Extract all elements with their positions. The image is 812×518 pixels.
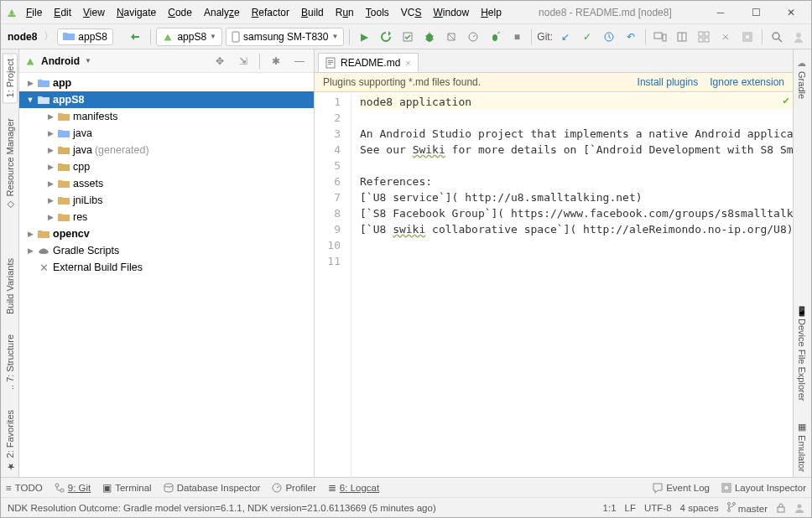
editor-tab-readme[interactable]: README.md × [318,53,419,72]
ignore-extension-link[interactable]: Ignore extension [710,76,784,88]
banner-message: Plugins supporting *.md files found. [323,76,626,88]
left-tool-gutter: 1: Project ◇ Resource Manager Build Vari… [1,49,19,477]
minimize-button[interactable]: ─ [704,3,737,23]
tree-node-appS8[interactable]: ▼appS8 [19,91,314,108]
code-content[interactable]: node8 application An Android Studio proj… [351,92,793,477]
tab-emulator[interactable]: ▦ Emulator [795,417,809,477]
tab-database-inspector[interactable]: Database Inspector [164,483,261,493]
menu-vcs[interactable]: VCS [396,4,427,21]
git-branch[interactable]: master [727,502,768,514]
tree-node-external-build[interactable]: ✕External Build Files [19,259,314,276]
device-selector[interactable]: samsung SM-T830 ▼ [226,28,344,46]
project-tree[interactable]: ▶app ▼appS8 ▶manifests ▶java ▶java (gene… [19,73,314,477]
indent-settings[interactable]: 4 spaces [680,503,719,513]
inspection-ok-icon[interactable]: ✔ [783,94,789,106]
tab-todo[interactable]: ≡ TODO [6,483,43,493]
close-button[interactable]: ✕ [774,3,808,23]
locate-icon[interactable]: ✥ [211,52,229,70]
tree-node-gradle-scripts[interactable]: ▶Gradle Scripts [19,242,314,259]
svg-rect-19 [328,60,333,61]
run-button[interactable]: ▶ [355,28,373,46]
tab-resource-manager[interactable]: ◇ Resource Manager [3,113,17,215]
run-config-selector[interactable]: appS8 ▼ [156,28,222,46]
vcs-commit-icon[interactable]: ✓ [578,28,596,46]
line-gutter: 1234567891011 [315,92,351,477]
tree-node-jnilibs[interactable]: ▶jniLibs [19,192,314,209]
breadcrumb-root[interactable]: node8 [4,29,40,44]
project-panel: Android ▼ ✥ ⇲ ✱ — ▶app ▼appS8 ▶manifests… [19,49,315,477]
tree-node-opencv[interactable]: ▶opencv [19,225,314,242]
file-encoding[interactable]: UTF-8 [644,503,672,513]
menu-help[interactable]: Help [476,4,507,21]
apply-changes-icon[interactable] [377,28,395,46]
troubleshoot-icon[interactable] [716,28,735,46]
menu-tools[interactable]: Tools [361,4,394,21]
install-plugins-link[interactable]: Install plugins [638,76,699,88]
vcs-update-icon[interactable]: ↙ [556,28,575,46]
android-view-icon [24,55,36,67]
sdk-manager-icon[interactable] [673,28,691,46]
tab-layout-inspector[interactable]: Layout Inspector [721,483,806,493]
tree-node-assets[interactable]: ▶assets [19,175,314,192]
avd-manager-icon[interactable] [651,28,669,46]
vcs-history-icon[interactable] [600,28,618,46]
tree-node-cpp[interactable]: ▶cpp [19,158,314,175]
main-area: 1: Project ◇ Resource Manager Build Vari… [1,49,811,477]
menu-file[interactable]: File [21,4,47,21]
svg-point-0 [9,13,11,15]
hide-panel-icon[interactable]: — [290,52,309,70]
tab-device-file-explorer[interactable]: 📱 Device File Explorer [795,300,809,406]
resource-manager-icon[interactable] [695,28,713,46]
attach-debugger-icon[interactable] [486,28,504,46]
tab-git[interactable]: 9: Git [55,483,91,493]
editor-tabbar: README.md × [315,49,793,73]
stop-button[interactable]: ■ [508,28,526,46]
svg-rect-27 [724,485,729,490]
layout-inspector-icon[interactable] [738,28,757,46]
svg-point-3 [426,34,433,42]
menu-navigate[interactable]: Navigate [112,4,161,21]
debug-button[interactable] [420,28,439,46]
lock-icon[interactable] [776,503,786,513]
tab-terminal[interactable]: ▣ Terminal [102,482,151,494]
tree-node-res[interactable]: ▶res [19,209,314,225]
menu-window[interactable]: Window [428,4,474,21]
tab-gradle[interactable]: ☁ Gradle [795,53,809,104]
menu-edit[interactable]: Edit [49,4,76,21]
vcs-rollback-icon[interactable]: ↶ [622,28,640,46]
search-everywhere-icon[interactable] [768,28,786,46]
tree-node-app[interactable]: ▶app [19,75,314,91]
project-view-mode[interactable]: Android [41,55,80,67]
menu-refactor[interactable]: Refactor [247,4,294,21]
settings-icon[interactable]: ✱ [267,52,285,70]
ide-user-icon[interactable] [794,503,804,513]
maximize-button[interactable]: ☐ [739,3,773,23]
tree-node-java-generated[interactable]: ▶java (generated) [19,142,314,158]
tab-favorites[interactable]: ★ 2: Favorites [3,405,17,477]
tab-event-log[interactable]: Event Log [653,483,710,493]
tab-logcat[interactable]: ≣ 6: Logcat [328,482,379,494]
apply-code-changes-icon[interactable] [398,28,417,46]
menu-view[interactable]: View [78,4,110,21]
line-ending[interactable]: LF [625,503,636,513]
menu-build[interactable]: Build [296,4,329,21]
menu-analyze[interactable]: Analyze [199,4,245,21]
expand-all-icon[interactable]: ⇲ [234,52,252,70]
tab-project[interactable]: 1: Project [3,53,18,103]
menu-code[interactable]: Code [163,4,197,21]
close-tab-icon[interactable]: × [405,58,410,68]
breadcrumb-module[interactable]: appS8 [57,28,113,45]
profile-icon[interactable] [464,28,482,46]
tab-structure[interactable]: .. 7: Structure [3,329,17,395]
code-editor[interactable]: 1234567891011 node8 application An Andro… [315,92,793,477]
sync-gradle-icon[interactable] [127,28,145,46]
caret-position[interactable]: 1:1 [603,503,617,513]
user-icon[interactable] [789,28,808,46]
coverage-icon[interactable] [442,28,461,46]
tree-node-manifests[interactable]: ▶manifests [19,108,314,125]
tab-profiler[interactable]: Profiler [272,483,315,493]
chevron-down-icon[interactable]: ▼ [85,57,91,65]
tree-node-java[interactable]: ▶java [19,125,314,142]
menu-run[interactable]: Run [331,4,359,21]
tab-build-variants[interactable]: Build Variants [3,253,17,319]
